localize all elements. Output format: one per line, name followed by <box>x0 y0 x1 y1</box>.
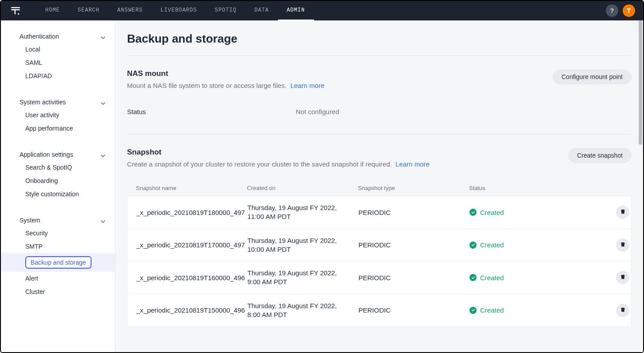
nav-search[interactable]: SEARCH <box>69 1 108 20</box>
sidebar-group-system: System Security SMTP Backup and storage … <box>1 210 115 300</box>
chevron-down-icon <box>101 100 105 104</box>
sidebar-group-application-settings: Application settings Search & SpotIQ Onb… <box>1 145 115 202</box>
snapshot-table: Snapshot name Created on Snapshot type S… <box>127 180 632 327</box>
scrollbar-thumb[interactable] <box>639 20 642 145</box>
nas-description: Mount a NAS file system to store or acce… <box>127 82 324 89</box>
cell-type: PERIODIC <box>358 241 469 249</box>
section-snapshot: Snapshot Create a snapshot of your clust… <box>127 135 632 332</box>
nav-spotiq[interactable]: SPOTIQ <box>206 1 245 20</box>
chevron-down-icon <box>101 34 105 39</box>
snapshot-description: Create a snapshot of your cluster to res… <box>127 160 429 168</box>
sidebar-header-authentication[interactable]: Authentication <box>1 30 115 43</box>
check-circle-icon <box>469 274 477 281</box>
col-snapshot-name: Snapshot name <box>136 185 247 191</box>
sidebar-header-system-activities[interactable]: System activities <box>1 96 115 108</box>
create-snapshot-button[interactable]: Create snapshot <box>568 148 632 163</box>
snapshot-title: Snapshot <box>127 148 429 157</box>
check-circle-icon <box>469 307 477 314</box>
table-header: Snapshot name Created on Snapshot type S… <box>127 180 632 196</box>
sidebar-header-system[interactable]: System <box>1 214 115 226</box>
page-title: Backup and storage <box>127 32 632 56</box>
nav-data[interactable]: DATA <box>246 1 278 20</box>
sidebar-header-label: Authentication <box>20 33 59 40</box>
trash-icon <box>620 306 626 314</box>
sidebar-group-system-activities: System activities User activity App perf… <box>1 92 115 137</box>
sidebar-header-application-settings[interactable]: Application settings <box>1 148 115 161</box>
delete-snapshot-button[interactable] <box>616 271 629 284</box>
cell-name: _x_periodic_20210819T180000_497 <box>136 209 247 216</box>
sidebar-item-security[interactable]: Security <box>1 226 115 240</box>
sidebar-item-alert[interactable]: Alert <box>1 272 115 285</box>
trash-icon <box>620 274 626 282</box>
sidebar-item-onboarding[interactable]: Onboarding <box>1 174 115 187</box>
table-row: _x_periodic_20210819T180000_497 Thursday… <box>127 196 632 229</box>
sidebar-header-label: System activities <box>20 99 66 106</box>
cell-status: Created <box>469 306 585 314</box>
cell-created: Thursday, 19 August FY 2022, 8:00 AM PDT <box>247 301 358 320</box>
table-row: _x_periodic_20210819T150000_496 Thursday… <box>127 294 632 327</box>
nas-title: NAS mount <box>127 69 324 78</box>
sidebar: Authentication Local SAML LDAP/AD System… <box>1 20 115 352</box>
section-nas-mount: NAS mount Mount a NAS file system to sto… <box>127 56 632 135</box>
sidebar-group-authentication: Authentication Local SAML LDAP/AD <box>1 27 115 84</box>
sidebar-item-smtp[interactable]: SMTP <box>1 240 115 253</box>
cell-status: Created <box>469 241 585 249</box>
nas-status-label: Status <box>127 108 296 115</box>
trash-icon <box>620 208 626 216</box>
trash-icon <box>620 241 626 249</box>
status-text: Created <box>480 274 504 282</box>
cell-status: Created <box>469 274 585 282</box>
sidebar-item-saml[interactable]: SAML <box>1 56 115 69</box>
cell-type: PERIODIC <box>358 306 469 314</box>
chevron-down-icon <box>101 218 105 222</box>
nav-liveboards[interactable]: LIVEBOARDS <box>151 1 206 20</box>
snapshot-learn-more-link[interactable]: Learn more <box>396 160 430 168</box>
cell-name: _x_periodic_20210819T150000_496 <box>136 306 247 314</box>
main-content: Backup and storage NAS mount Mount a NAS… <box>115 20 643 352</box>
status-text: Created <box>480 209 504 216</box>
help-button[interactable]: ? <box>606 4 618 17</box>
cell-created: Thursday, 19 August FY 2022, 9:00 AM PDT <box>247 269 358 287</box>
sidebar-item-style-customization[interactable]: Style customization <box>1 187 115 201</box>
nav-answers[interactable]: ANSWERS <box>108 1 151 20</box>
cell-created: Thursday, 19 August FY 2022, 10:00 AM PD… <box>247 236 358 254</box>
nas-learn-more-link[interactable]: Learn more <box>290 82 325 89</box>
avatar[interactable]: T <box>623 4 635 17</box>
delete-snapshot-button[interactable] <box>616 304 629 317</box>
sidebar-item-cluster[interactable]: Cluster <box>1 285 115 298</box>
top-nav: HOME SEARCH ANSWERS LIVEBOARDS SPOTIQ DA… <box>1 1 643 20</box>
cell-status: Created <box>469 209 585 216</box>
cell-type: PERIODIC <box>358 209 469 216</box>
configure-mount-point-button[interactable]: Configure mount point <box>553 69 632 84</box>
svg-rect-0 <box>11 7 20 8</box>
cell-name: _x_periodic_20210819T160000_496 <box>136 274 247 282</box>
sidebar-item-local[interactable]: Local <box>1 43 115 56</box>
cell-type: PERIODIC <box>358 274 469 282</box>
nas-status-row: Status Not configured <box>127 89 632 129</box>
table-row: _x_periodic_20210819T160000_496 Thursday… <box>127 262 632 294</box>
nav-home[interactable]: HOME <box>36 1 69 20</box>
nas-status-value: Not configured <box>296 108 339 115</box>
brand-logo[interactable] <box>9 4 22 17</box>
cell-name: _x_periodic_20210819T170000_497 <box>136 241 247 249</box>
nav-admin[interactable]: ADMIN <box>278 1 314 20</box>
nav-links: HOME SEARCH ANSWERS LIVEBOARDS SPOTIQ DA… <box>36 1 314 20</box>
delete-snapshot-button[interactable] <box>616 206 629 219</box>
status-text: Created <box>480 306 504 314</box>
col-status: Status <box>469 185 584 191</box>
col-created-on: Created on <box>247 185 358 191</box>
delete-snapshot-button[interactable] <box>616 238 629 252</box>
cell-created: Thursday, 19 August FY 2022, 11:00 AM PD… <box>247 203 358 222</box>
sidebar-item-user-activity[interactable]: User activity <box>1 108 115 122</box>
sidebar-item-app-performance[interactable]: App performance <box>1 122 115 135</box>
sidebar-item-search-spotiq[interactable]: Search & SpotIQ <box>1 161 115 174</box>
check-circle-icon <box>469 242 477 249</box>
svg-rect-2 <box>15 9 16 14</box>
check-circle-icon <box>469 209 477 216</box>
sidebar-item-ldap[interactable]: LDAP/AD <box>1 69 115 83</box>
sidebar-item-backup-storage[interactable]: Backup and storage <box>1 253 115 272</box>
table-row: _x_periodic_20210819T170000_497 Thursday… <box>127 229 632 262</box>
sidebar-header-label: Application settings <box>20 151 73 158</box>
sidebar-item-label: Backup and storage <box>25 256 91 269</box>
svg-point-3 <box>18 13 19 15</box>
